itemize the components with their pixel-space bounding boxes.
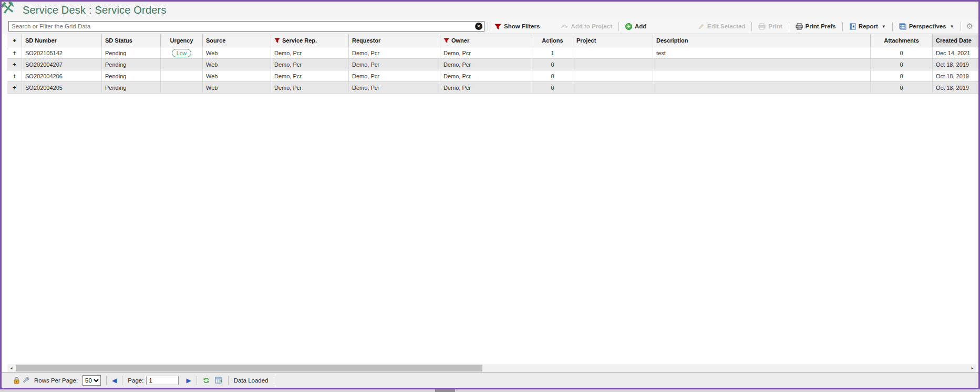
cell-sd-number: SO202004205 (22, 82, 102, 93)
desktop-strip-notch (435, 389, 455, 392)
show-filters-button[interactable]: Show Filters (491, 20, 543, 32)
column-header-actions[interactable]: Actions (532, 34, 573, 47)
table-row[interactable]: + SO202105142 Pending Low Web Demo, Pcr … (7, 47, 978, 59)
page-control: Page: (128, 376, 179, 385)
scrollbar-thumb[interactable] (16, 365, 482, 372)
next-page-icon[interactable]: ▶ (186, 377, 191, 384)
column-header-service-rep-label: Service Rep. (282, 37, 317, 44)
add-plus-icon: + (625, 23, 632, 30)
cell-owner: Demo, Pcr (440, 82, 532, 93)
cell-source: Web (203, 70, 271, 81)
column-header-sd-number[interactable]: SD Number (22, 34, 102, 47)
statusbar-separator (122, 376, 122, 385)
cell-description (653, 82, 871, 93)
toolbar-separator (488, 22, 488, 31)
wrench-icon[interactable] (23, 377, 30, 384)
cell-description (653, 59, 871, 70)
search-input[interactable] (8, 21, 484, 32)
previous-page-icon[interactable]: ◀ (112, 377, 117, 384)
scroll-right-icon[interactable]: ▸ (968, 364, 976, 372)
cell-created-date: Dec 14, 2021 (933, 47, 978, 58)
filter-funnel-icon (274, 38, 280, 44)
print-button[interactable]: Print (755, 20, 785, 32)
cell-requestor: Demo, Pcr (349, 82, 440, 93)
desktop-strip (0, 389, 980, 392)
show-filters-label: Show Filters (504, 23, 540, 29)
cell-owner: Demo, Pcr (440, 59, 532, 70)
cell-sd-number: SO202004207 (22, 59, 102, 70)
cell-actions: 0 (532, 82, 573, 93)
print-prefs-button[interactable]: Print Prefs (792, 20, 839, 32)
column-header-created-date[interactable]: Created Date (933, 34, 978, 47)
column-header-sd-status[interactable]: SD Status (102, 34, 161, 47)
perspectives-button[interactable]: Perspectives ▼ (896, 20, 957, 32)
filter-funnel-icon (443, 38, 449, 44)
cell-project (573, 47, 653, 58)
refresh-icon[interactable] (202, 377, 210, 384)
export-grid-icon[interactable] (215, 377, 223, 384)
report-notebook-icon (849, 23, 856, 30)
table-row[interactable]: + SO202004207 Pending Web Demo, Pcr Demo… (7, 59, 978, 70)
row-expander-button[interactable]: + (7, 82, 22, 93)
statusbar-separator (197, 376, 197, 385)
cell-attachments: 0 (871, 70, 933, 81)
cell-sd-status: Pending (102, 82, 161, 93)
cell-service-rep: Demo, Pcr (271, 59, 349, 70)
statusbar-separator (274, 376, 274, 385)
add-label: Add (635, 23, 646, 29)
table-row[interactable]: + SO202004205 Pending Web Demo, Pcr Demo… (7, 82, 978, 94)
column-header-service-rep[interactable]: Service Rep. (271, 34, 349, 47)
column-header-source[interactable]: Source (203, 34, 271, 47)
edit-selected-button[interactable]: Edit Selected (695, 20, 748, 32)
cell-requestor: Demo, Pcr (349, 47, 440, 58)
row-expander-button[interactable]: + (7, 47, 22, 58)
toolbar-separator (751, 22, 752, 31)
cell-sd-status: Pending (102, 47, 161, 58)
lock-icon[interactable] (13, 377, 20, 384)
column-header-expander[interactable]: + (7, 34, 22, 47)
print-prefs-label: Print Prefs (806, 23, 836, 29)
gear-icon[interactable]: ⚙ (966, 22, 973, 31)
clear-search-icon[interactable]: ✕ (475, 23, 482, 30)
cell-sd-number: SO202004206 (22, 70, 102, 81)
cell-urgency: Low (161, 47, 203, 58)
cell-description: test (653, 47, 871, 58)
column-header-owner[interactable]: Owner (440, 34, 532, 47)
cell-requestor: Demo, Pcr (349, 70, 440, 81)
app-window: ⚒ Service Desk : Service Orders ✕ Show F… (0, 0, 980, 389)
perspectives-label: Perspectives (909, 23, 946, 29)
cell-created-date: Oct 18, 2019 (933, 82, 978, 93)
column-header-project[interactable]: Project (573, 34, 653, 47)
report-button[interactable]: Report ▼ (846, 20, 889, 32)
printer-icon (796, 23, 803, 30)
column-header-description[interactable]: Description (653, 34, 871, 47)
row-expander-button[interactable]: + (7, 59, 22, 70)
cell-source: Web (203, 47, 271, 58)
edit-selected-label: Edit Selected (707, 23, 745, 29)
column-header-urgency[interactable]: Urgency (161, 34, 203, 47)
horizontal-scrollbar[interactable]: ◂ ▸ (7, 364, 976, 372)
cell-attachments: 0 (871, 82, 933, 93)
cell-urgency (161, 59, 203, 70)
cell-attachments: 0 (871, 59, 933, 70)
cell-owner: Demo, Pcr (440, 70, 532, 81)
add-to-project-label: Add to Project (571, 23, 612, 29)
row-expander-button[interactable]: + (7, 70, 22, 81)
scroll-left-icon[interactable]: ◂ (7, 364, 15, 372)
add-button[interactable]: + Add (622, 20, 649, 32)
cell-project (573, 70, 653, 81)
cell-sd-status: Pending (102, 59, 161, 70)
cell-urgency (161, 70, 203, 81)
app-logo-crossed-tools-icon: ⚒ (0, 0, 16, 18)
report-label: Report (859, 23, 878, 29)
column-header-attachments[interactable]: Attachments (871, 34, 933, 47)
table-row[interactable]: + SO202004206 Pending Web Demo, Pcr Demo… (7, 70, 978, 82)
page-label: Page: (128, 377, 143, 384)
add-to-project-button[interactable]: Add to Project (558, 20, 615, 32)
rows-per-page-select[interactable]: 50 (82, 375, 101, 386)
page-number-input[interactable] (146, 376, 179, 385)
grid: + SD Number SD Status Urgency Source Ser… (7, 34, 978, 94)
report-dropdown-caret-icon: ▼ (882, 24, 886, 29)
cell-urgency (161, 82, 203, 93)
column-header-requestor[interactable]: Requestor (349, 34, 440, 47)
